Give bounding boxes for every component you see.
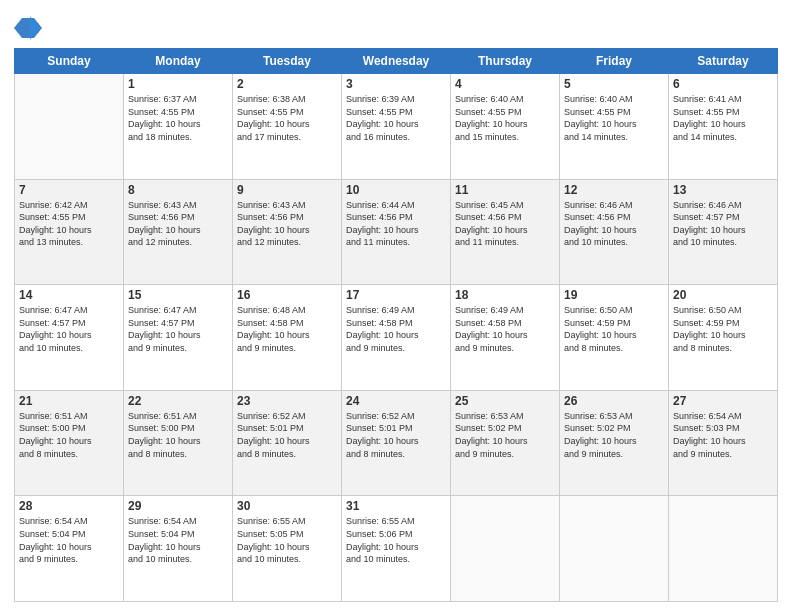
calendar-cell: 10Sunrise: 6:44 AM Sunset: 4:56 PM Dayli… <box>342 179 451 285</box>
day-number: 23 <box>237 394 337 408</box>
day-info: Sunrise: 6:47 AM Sunset: 4:57 PM Dayligh… <box>19 304 119 354</box>
calendar-cell <box>669 496 778 602</box>
day-number: 28 <box>19 499 119 513</box>
day-number: 3 <box>346 77 446 91</box>
calendar-cell: 9Sunrise: 6:43 AM Sunset: 4:56 PM Daylig… <box>233 179 342 285</box>
calendar-cell: 25Sunrise: 6:53 AM Sunset: 5:02 PM Dayli… <box>451 390 560 496</box>
calendar-cell: 17Sunrise: 6:49 AM Sunset: 4:58 PM Dayli… <box>342 285 451 391</box>
day-info: Sunrise: 6:43 AM Sunset: 4:56 PM Dayligh… <box>237 199 337 249</box>
day-header-wednesday: Wednesday <box>342 49 451 74</box>
day-info: Sunrise: 6:47 AM Sunset: 4:57 PM Dayligh… <box>128 304 228 354</box>
day-info: Sunrise: 6:55 AM Sunset: 5:05 PM Dayligh… <box>237 515 337 565</box>
day-header-tuesday: Tuesday <box>233 49 342 74</box>
logo-icon <box>14 14 42 42</box>
day-info: Sunrise: 6:54 AM Sunset: 5:04 PM Dayligh… <box>19 515 119 565</box>
day-number: 16 <box>237 288 337 302</box>
calendar-cell: 6Sunrise: 6:41 AM Sunset: 4:55 PM Daylig… <box>669 74 778 180</box>
day-number: 17 <box>346 288 446 302</box>
day-info: Sunrise: 6:49 AM Sunset: 4:58 PM Dayligh… <box>455 304 555 354</box>
calendar-cell: 13Sunrise: 6:46 AM Sunset: 4:57 PM Dayli… <box>669 179 778 285</box>
calendar-table: SundayMondayTuesdayWednesdayThursdayFrid… <box>14 48 778 602</box>
day-info: Sunrise: 6:46 AM Sunset: 4:57 PM Dayligh… <box>673 199 773 249</box>
day-header-monday: Monday <box>124 49 233 74</box>
calendar-cell: 20Sunrise: 6:50 AM Sunset: 4:59 PM Dayli… <box>669 285 778 391</box>
day-number: 29 <box>128 499 228 513</box>
day-number: 11 <box>455 183 555 197</box>
day-info: Sunrise: 6:50 AM Sunset: 4:59 PM Dayligh… <box>564 304 664 354</box>
calendar-cell: 11Sunrise: 6:45 AM Sunset: 4:56 PM Dayli… <box>451 179 560 285</box>
day-info: Sunrise: 6:42 AM Sunset: 4:55 PM Dayligh… <box>19 199 119 249</box>
calendar-cell: 7Sunrise: 6:42 AM Sunset: 4:55 PM Daylig… <box>15 179 124 285</box>
calendar-cell: 5Sunrise: 6:40 AM Sunset: 4:55 PM Daylig… <box>560 74 669 180</box>
day-info: Sunrise: 6:40 AM Sunset: 4:55 PM Dayligh… <box>564 93 664 143</box>
day-info: Sunrise: 6:44 AM Sunset: 4:56 PM Dayligh… <box>346 199 446 249</box>
day-number: 10 <box>346 183 446 197</box>
day-info: Sunrise: 6:54 AM Sunset: 5:03 PM Dayligh… <box>673 410 773 460</box>
calendar-cell: 29Sunrise: 6:54 AM Sunset: 5:04 PM Dayli… <box>124 496 233 602</box>
day-header-sunday: Sunday <box>15 49 124 74</box>
calendar-cell: 28Sunrise: 6:54 AM Sunset: 5:04 PM Dayli… <box>15 496 124 602</box>
calendar-week-row: 28Sunrise: 6:54 AM Sunset: 5:04 PM Dayli… <box>15 496 778 602</box>
calendar-cell: 1Sunrise: 6:37 AM Sunset: 4:55 PM Daylig… <box>124 74 233 180</box>
day-info: Sunrise: 6:41 AM Sunset: 4:55 PM Dayligh… <box>673 93 773 143</box>
day-number: 27 <box>673 394 773 408</box>
page: SundayMondayTuesdayWednesdayThursdayFrid… <box>0 0 792 612</box>
calendar-week-row: 21Sunrise: 6:51 AM Sunset: 5:00 PM Dayli… <box>15 390 778 496</box>
day-info: Sunrise: 6:46 AM Sunset: 4:56 PM Dayligh… <box>564 199 664 249</box>
calendar-week-row: 1Sunrise: 6:37 AM Sunset: 4:55 PM Daylig… <box>15 74 778 180</box>
day-number: 12 <box>564 183 664 197</box>
day-number: 2 <box>237 77 337 91</box>
day-number: 9 <box>237 183 337 197</box>
day-info: Sunrise: 6:45 AM Sunset: 4:56 PM Dayligh… <box>455 199 555 249</box>
day-number: 18 <box>455 288 555 302</box>
calendar-cell: 16Sunrise: 6:48 AM Sunset: 4:58 PM Dayli… <box>233 285 342 391</box>
day-info: Sunrise: 6:53 AM Sunset: 5:02 PM Dayligh… <box>564 410 664 460</box>
header <box>14 10 778 42</box>
calendar-cell: 4Sunrise: 6:40 AM Sunset: 4:55 PM Daylig… <box>451 74 560 180</box>
calendar-week-row: 14Sunrise: 6:47 AM Sunset: 4:57 PM Dayli… <box>15 285 778 391</box>
calendar-cell: 21Sunrise: 6:51 AM Sunset: 5:00 PM Dayli… <box>15 390 124 496</box>
calendar-cell: 3Sunrise: 6:39 AM Sunset: 4:55 PM Daylig… <box>342 74 451 180</box>
day-number: 25 <box>455 394 555 408</box>
calendar-cell: 18Sunrise: 6:49 AM Sunset: 4:58 PM Dayli… <box>451 285 560 391</box>
calendar-cell: 23Sunrise: 6:52 AM Sunset: 5:01 PM Dayli… <box>233 390 342 496</box>
calendar-header-row: SundayMondayTuesdayWednesdayThursdayFrid… <box>15 49 778 74</box>
day-number: 8 <box>128 183 228 197</box>
day-info: Sunrise: 6:52 AM Sunset: 5:01 PM Dayligh… <box>346 410 446 460</box>
calendar-cell: 26Sunrise: 6:53 AM Sunset: 5:02 PM Dayli… <box>560 390 669 496</box>
calendar-cell: 30Sunrise: 6:55 AM Sunset: 5:05 PM Dayli… <box>233 496 342 602</box>
calendar-cell <box>560 496 669 602</box>
calendar-cell: 24Sunrise: 6:52 AM Sunset: 5:01 PM Dayli… <box>342 390 451 496</box>
day-info: Sunrise: 6:55 AM Sunset: 5:06 PM Dayligh… <box>346 515 446 565</box>
day-number: 22 <box>128 394 228 408</box>
day-info: Sunrise: 6:40 AM Sunset: 4:55 PM Dayligh… <box>455 93 555 143</box>
day-info: Sunrise: 6:51 AM Sunset: 5:00 PM Dayligh… <box>128 410 228 460</box>
day-number: 26 <box>564 394 664 408</box>
day-header-friday: Friday <box>560 49 669 74</box>
calendar-cell: 8Sunrise: 6:43 AM Sunset: 4:56 PM Daylig… <box>124 179 233 285</box>
day-info: Sunrise: 6:39 AM Sunset: 4:55 PM Dayligh… <box>346 93 446 143</box>
day-info: Sunrise: 6:38 AM Sunset: 4:55 PM Dayligh… <box>237 93 337 143</box>
calendar-cell: 15Sunrise: 6:47 AM Sunset: 4:57 PM Dayli… <box>124 285 233 391</box>
day-number: 1 <box>128 77 228 91</box>
day-info: Sunrise: 6:37 AM Sunset: 4:55 PM Dayligh… <box>128 93 228 143</box>
calendar-week-row: 7Sunrise: 6:42 AM Sunset: 4:55 PM Daylig… <box>15 179 778 285</box>
day-info: Sunrise: 6:52 AM Sunset: 5:01 PM Dayligh… <box>237 410 337 460</box>
day-number: 30 <box>237 499 337 513</box>
calendar-cell <box>451 496 560 602</box>
day-number: 7 <box>19 183 119 197</box>
day-number: 15 <box>128 288 228 302</box>
calendar-cell: 14Sunrise: 6:47 AM Sunset: 4:57 PM Dayli… <box>15 285 124 391</box>
day-number: 19 <box>564 288 664 302</box>
day-number: 4 <box>455 77 555 91</box>
day-header-saturday: Saturday <box>669 49 778 74</box>
day-number: 14 <box>19 288 119 302</box>
calendar-cell: 19Sunrise: 6:50 AM Sunset: 4:59 PM Dayli… <box>560 285 669 391</box>
day-info: Sunrise: 6:53 AM Sunset: 5:02 PM Dayligh… <box>455 410 555 460</box>
calendar-cell <box>15 74 124 180</box>
day-number: 6 <box>673 77 773 91</box>
day-info: Sunrise: 6:48 AM Sunset: 4:58 PM Dayligh… <box>237 304 337 354</box>
calendar-cell: 12Sunrise: 6:46 AM Sunset: 4:56 PM Dayli… <box>560 179 669 285</box>
day-info: Sunrise: 6:43 AM Sunset: 4:56 PM Dayligh… <box>128 199 228 249</box>
logo <box>14 14 46 42</box>
